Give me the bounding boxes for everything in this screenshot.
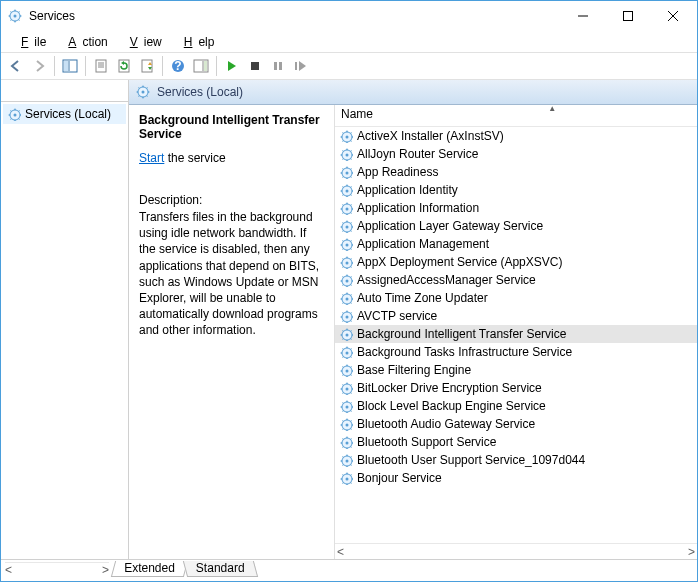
service-name: Application Information (357, 201, 479, 215)
service-name: Bluetooth Audio Gateway Service (357, 417, 535, 431)
service-row[interactable]: AVCTP service (335, 307, 697, 325)
gear-icon (339, 237, 353, 251)
svg-rect-22 (279, 62, 282, 70)
service-row[interactable]: AllJoyn Router Service (335, 145, 697, 163)
service-row[interactable]: BitLocker Drive Encryption Service (335, 379, 697, 397)
detail-pane: Background Intelligent Transfer Service … (129, 105, 335, 559)
service-name: AssignedAccessManager Service (357, 273, 536, 287)
service-row[interactable]: Application Management (335, 235, 697, 253)
svg-rect-23 (295, 62, 297, 70)
svg-rect-9 (96, 60, 106, 72)
tree-item-label: Services (Local) (25, 107, 111, 121)
help-button[interactable]: ? (167, 55, 189, 77)
service-row[interactable]: AssignedAccessManager Service (335, 271, 697, 289)
tree-hscroll[interactable]: <> (5, 562, 109, 578)
gear-icon (339, 417, 353, 431)
action-pane-button[interactable] (190, 55, 212, 77)
refresh-button[interactable] (113, 55, 135, 77)
close-button[interactable] (650, 1, 695, 31)
start-service-button[interactable] (221, 55, 243, 77)
gear-icon (339, 381, 353, 395)
separator (85, 56, 86, 76)
toolbar: ? (1, 52, 697, 80)
svg-rect-7 (64, 61, 68, 71)
tab-extended[interactable]: Extended (111, 561, 188, 577)
gear-icon (339, 435, 353, 449)
list-hscroll[interactable]: < > (335, 543, 697, 559)
forward-button[interactable] (28, 55, 50, 77)
service-row[interactable]: Auto Time Zone Updater (335, 289, 697, 307)
stop-service-button[interactable] (244, 55, 266, 77)
scroll-right-icon[interactable]: > (688, 545, 695, 559)
gear-icon (135, 84, 151, 100)
maximize-button[interactable] (605, 1, 650, 31)
back-button[interactable] (5, 55, 27, 77)
service-row[interactable]: Bluetooth Audio Gateway Service (335, 415, 697, 433)
service-action-line: Start the service (139, 151, 324, 165)
service-row[interactable]: Block Level Backup Engine Service (335, 397, 697, 415)
gear-icon (339, 183, 353, 197)
svg-text:?: ? (174, 59, 181, 73)
service-name: Background Tasks Infrastructure Service (357, 345, 572, 359)
menu-file[interactable]: File (9, 34, 52, 50)
svg-rect-14 (142, 60, 152, 72)
menu-help[interactable]: Help (172, 34, 221, 50)
tree-item-services-local[interactable]: Services (Local) (3, 104, 126, 124)
gear-icon (339, 291, 353, 305)
menubar: File Action View Help (1, 31, 697, 52)
tab-standard[interactable]: Standard (183, 561, 258, 577)
gear-icon (339, 219, 353, 233)
service-name: Bluetooth User Support Service_1097d044 (357, 453, 585, 467)
properties-button[interactable] (90, 55, 112, 77)
start-link[interactable]: Start (139, 151, 164, 165)
service-row[interactable]: Bluetooth User Support Service_1097d044 (335, 451, 697, 469)
svg-rect-19 (204, 61, 207, 71)
service-row[interactable]: Application Identity (335, 181, 697, 199)
restart-service-button[interactable] (290, 55, 312, 77)
service-row[interactable]: ActiveX Installer (AxInstSV) (335, 127, 697, 145)
menu-action[interactable]: Action (56, 34, 113, 50)
titlebar: Services (1, 1, 697, 31)
scroll-left-icon[interactable]: < (337, 545, 344, 559)
service-name: Block Level Backup Engine Service (357, 399, 546, 413)
column-header-row: Name ▲ (335, 105, 697, 127)
separator (216, 56, 217, 76)
app-icon (7, 8, 23, 24)
list-header: Services (Local) (129, 80, 697, 105)
service-row[interactable]: Bluetooth Support Service (335, 433, 697, 451)
service-name: Bluetooth Support Service (357, 435, 496, 449)
gear-icon (339, 129, 353, 143)
service-name: Base Filtering Engine (357, 363, 471, 377)
service-row[interactable]: Application Layer Gateway Service (335, 217, 697, 235)
service-row[interactable]: Background Intelligent Transfer Service (335, 325, 697, 343)
list-header-title: Services (Local) (157, 85, 243, 99)
service-row[interactable]: AppX Deployment Service (AppXSVC) (335, 253, 697, 271)
service-row[interactable]: App Readiness (335, 163, 697, 181)
service-name: BitLocker Drive Encryption Service (357, 381, 542, 395)
service-row[interactable]: Bonjour Service (335, 469, 697, 487)
svg-rect-20 (251, 62, 259, 70)
service-name: Background Intelligent Transfer Service (357, 327, 566, 341)
gear-icon (339, 165, 353, 179)
gear-icon (339, 453, 353, 467)
minimize-button[interactable] (560, 1, 605, 31)
pause-service-button[interactable] (267, 55, 289, 77)
gear-icon (7, 107, 21, 121)
column-header-name[interactable]: Name ▲ (335, 105, 697, 126)
separator (162, 56, 163, 76)
service-name: AppX Deployment Service (AppXSVC) (357, 255, 562, 269)
service-row[interactable]: Base Filtering Engine (335, 361, 697, 379)
service-list[interactable]: ActiveX Installer (AxInstSV)AllJoyn Rout… (335, 127, 697, 543)
gear-icon (339, 345, 353, 359)
svg-rect-3 (623, 12, 632, 21)
service-row[interactable]: Application Information (335, 199, 697, 217)
export-button[interactable] (136, 55, 158, 77)
window-title: Services (29, 9, 560, 23)
description-text: Transfers files in the background using … (139, 209, 324, 339)
service-row[interactable]: Background Tasks Infrastructure Service (335, 343, 697, 361)
show-hide-tree-button[interactable] (59, 55, 81, 77)
menu-view[interactable]: View (118, 34, 168, 50)
description-heading: Description: (139, 193, 324, 207)
service-name: Application Identity (357, 183, 458, 197)
service-name: Auto Time Zone Updater (357, 291, 488, 305)
